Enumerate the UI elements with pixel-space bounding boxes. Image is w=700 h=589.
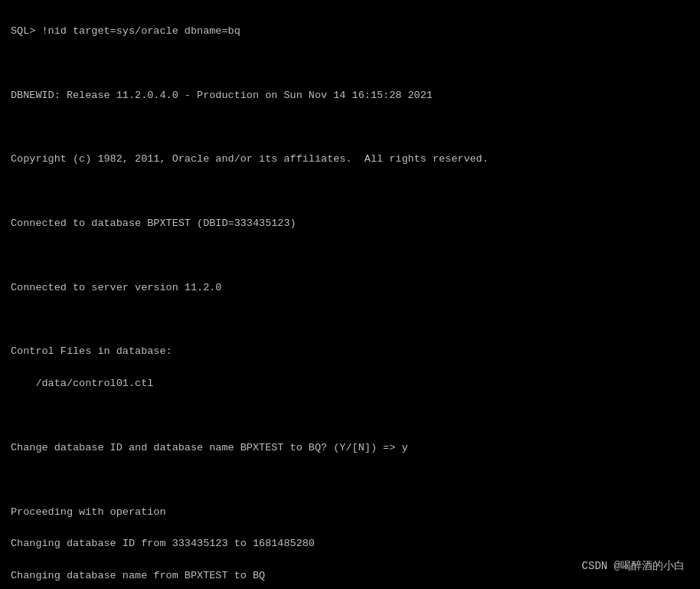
- line-changing-id: Changing database ID from 333435123 to 1…: [11, 538, 315, 549]
- line-dbnewid: DBNEWID: Release 11.2.0.4.0 - Production…: [11, 90, 433, 101]
- watermark: CSDN @喝醉酒的小白: [582, 558, 685, 575]
- terminal-window: SQL> !nid target=sys/oracle dbname=bq DB…: [0, 0, 700, 589]
- line-1: SQL> !nid target=sys/oracle dbname=bq: [11, 25, 240, 37]
- line-control-files-header: Control Files in database:: [11, 345, 172, 357]
- line-changing-name: Changing database name from BPXTEST to B…: [11, 570, 265, 581]
- line-copyright: Copyright (c) 1982, 2011, Oracle and/or …: [11, 153, 489, 165]
- line-proceeding: Proceeding with operation: [11, 506, 166, 518]
- line-control-file-path: /data/control01.ctl: [11, 378, 153, 389]
- line-change-prompt: Change database ID and database name BPX…: [11, 442, 407, 453]
- terminal-output: SQL> !nid target=sys/oracle dbname=bq DB…: [11, 8, 689, 589]
- line-connected-db: Connected to database BPXTEST (DBID=3334…: [11, 218, 296, 229]
- line-connected-server: Connected to server version 11.2.0: [11, 282, 221, 293]
